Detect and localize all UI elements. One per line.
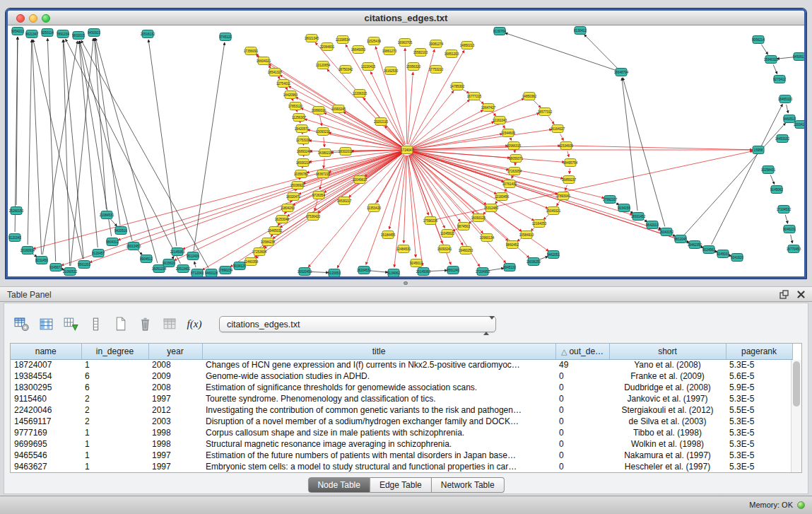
graph-node[interactable]: 17853120 — [288, 103, 303, 110]
graph-node[interactable]: 11045823 — [440, 230, 455, 238]
tab-node-table[interactable]: Node Table — [307, 477, 370, 493]
graph-edge[interactable] — [411, 154, 474, 214]
create-column-button[interactable] — [110, 314, 130, 334]
graph-edge[interactable] — [622, 78, 637, 211]
graph-edge[interactable] — [502, 125, 505, 129]
table-row[interactable]: 946362711997Embryonic stem cells: a mode… — [11, 461, 792, 472]
graph-node[interactable]: 20160934 — [20, 247, 35, 255]
graph-node[interactable]: 9345671 — [49, 264, 62, 271]
graph-edge[interactable] — [32, 40, 41, 255]
tab-edge-table[interactable]: Edge Table — [370, 477, 432, 493]
graph-node[interactable]: 9804312 — [106, 238, 119, 246]
graph-node[interactable]: 12164053 — [532, 220, 547, 228]
network-graph[interactable]: 9054213862134792501147891234983201584509… — [8, 25, 804, 276]
graph-node[interactable]: 18750342 — [339, 66, 353, 74]
graph-node[interactable]: 20513402 — [176, 265, 191, 273]
graph-node[interactable]: 15312480 — [484, 204, 499, 212]
graph-node[interactable]: 17104532 — [777, 206, 792, 214]
graph-node[interactable]: 15184455 — [381, 231, 396, 239]
graph-edge[interactable] — [47, 38, 55, 262]
graph-node[interactable]: 18367215 — [316, 170, 331, 178]
graph-node[interactable]: 8130412 — [574, 27, 587, 35]
graph-node[interactable]: 14420963 — [283, 91, 298, 99]
graph-node[interactable]: 16893240 — [297, 148, 312, 156]
graph-node[interactable]: 13120654 — [316, 62, 331, 69]
graph-node[interactable]: 1724047 — [401, 146, 413, 154]
import-table-button[interactable] — [61, 314, 81, 334]
graph-node[interactable]: 10960134 — [480, 234, 495, 242]
graph-node[interactable]: 18320471 — [286, 193, 301, 201]
graph-edge[interactable] — [684, 123, 785, 235]
graph-node[interactable]: 12484531 — [396, 245, 411, 253]
graph-edge[interactable] — [478, 100, 484, 104]
graph-node[interactable]: 9420516 — [114, 227, 127, 235]
graph-edge[interactable] — [572, 146, 753, 150]
graph-node[interactable]: 13220415 — [361, 63, 376, 71]
graph-node[interactable]: 11256307 — [292, 114, 307, 122]
graph-node[interactable]: 16043152 — [659, 228, 674, 236]
graph-node[interactable]: 18541327 — [268, 69, 283, 76]
graph-node[interactable]: 12460358 — [244, 258, 259, 266]
graph-node[interactable]: 9273412 — [773, 76, 786, 83]
graph-node[interactable]: 9046231 — [783, 226, 796, 233]
graph-node[interactable]: 15958 — [753, 146, 764, 154]
graph-node[interactable]: 16963705 — [398, 39, 413, 47]
table-row[interactable]: 1830029562008Estimation of significance … — [11, 382, 792, 393]
graph-node[interactable]: 8904512 — [140, 255, 153, 263]
table-row[interactable]: 2242004622012Investigating the contribut… — [11, 404, 792, 416]
graph-edge[interactable] — [560, 134, 564, 141]
delete-table-button[interactable] — [160, 314, 180, 334]
graph-node[interactable]: 15956320 — [406, 63, 421, 71]
graph-node[interactable]: 11525439 — [367, 37, 382, 45]
table-row[interactable]: 1456911722003Disruption of a novel membe… — [11, 416, 792, 427]
graph-node[interactable]: 9561240 — [447, 267, 459, 274]
graph-node[interactable]: 9134062 — [387, 269, 400, 277]
graph-node[interactable]: 16093125 — [471, 214, 486, 222]
graph-node[interactable]: 9034156 — [618, 204, 630, 212]
graph-edge[interactable] — [310, 271, 329, 272]
column-header-in_degree[interactable]: in_degree — [81, 344, 148, 359]
graph-node[interactable]: 10584236 — [261, 238, 276, 246]
graph-node[interactable]: 9024561 — [702, 246, 715, 254]
graph-node[interactable]: 9341620 — [731, 254, 743, 262]
graph-node[interactable]: 14380215 — [318, 149, 333, 157]
graph-edge[interactable] — [413, 129, 552, 149]
graph-node[interactable]: 15582103 — [413, 49, 428, 57]
graph-edge[interactable] — [172, 256, 174, 258]
graph-node[interactable]: 18204531 — [357, 267, 372, 274]
graph-node[interactable]: 11544609 — [501, 129, 516, 137]
graph-node[interactable]: 16851203 — [445, 50, 459, 58]
graph-node[interactable]: 9450612 — [793, 53, 804, 61]
graph-node[interactable]: 17263054 — [507, 168, 522, 175]
graph-node[interactable]: 8120457 — [92, 250, 105, 257]
graph-edge[interactable] — [785, 215, 788, 224]
graph-node[interactable]: 10584913 — [519, 231, 534, 239]
graph-edge[interactable] — [329, 133, 401, 149]
graph-edge[interactable] — [254, 256, 256, 257]
graph-node[interactable]: 18059371 — [509, 155, 524, 163]
graph-edge[interactable] — [298, 152, 401, 194]
window-titlebar[interactable]: citations_edges.txt — [8, 11, 804, 25]
graph-edge[interactable] — [413, 146, 560, 150]
graph-node[interactable]: 10647427 — [481, 104, 496, 112]
table-row[interactable]: 911546021997Tourette syndrome. Phenomeno… — [11, 393, 792, 404]
graph-node[interactable]: 14785302 — [450, 83, 465, 90]
graph-node[interactable]: 12161043 — [493, 117, 507, 124]
graph-node[interactable]: 11534609 — [559, 142, 574, 150]
graph-edge[interactable] — [712, 104, 783, 245]
graph-node[interactable]: 17253604 — [252, 248, 267, 256]
graph-node[interactable]: 19420571 — [295, 125, 310, 133]
column-header-year[interactable]: year — [148, 344, 202, 359]
table-selector[interactable]: citations_edges.txt — [219, 316, 496, 332]
graph-edge[interactable] — [488, 268, 504, 271]
graph-edge[interactable] — [110, 219, 117, 226]
graph-edge[interactable] — [761, 45, 767, 55]
table-row[interactable]: 1872400712008Changes of HCN gene express… — [11, 359, 792, 370]
graph-node[interactable]: 18465320 — [778, 95, 793, 103]
graph-node[interactable]: 9120345 — [8, 234, 21, 242]
graph-node[interactable]: 8621347 — [25, 30, 38, 38]
graph-node[interactable]: 17204953 — [476, 268, 490, 276]
graph-edge[interactable] — [505, 33, 616, 71]
graph-node[interactable]: 16164027 — [551, 125, 565, 133]
delete-column-button[interactable] — [135, 314, 155, 334]
